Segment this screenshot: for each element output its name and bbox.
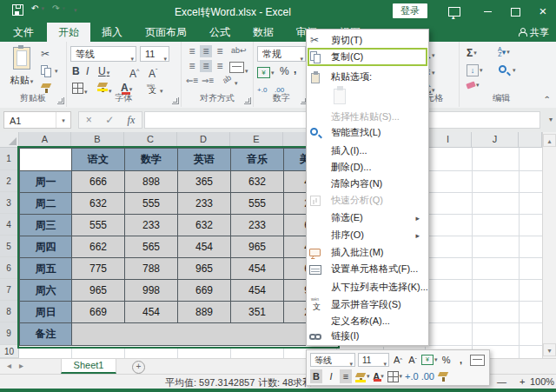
- menu-item-insert-comment[interactable]: 插入批注(M): [308, 244, 427, 261]
- cell-value[interactable]: 233: [125, 215, 178, 236]
- sheet-tab-sheet1[interactable]: Sheet1: [61, 359, 116, 374]
- mini-merge-button[interactable]: [470, 353, 485, 367]
- percent-button[interactable]: %: [280, 64, 289, 78]
- mini-percent-button[interactable]: %: [440, 353, 453, 367]
- cell-value[interactable]: 666: [72, 171, 125, 193]
- cell-label-周四[interactable]: 周四: [20, 236, 72, 258]
- menu-item-copy[interactable]: 复制(C): [308, 49, 427, 65]
- decrease-indent-button[interactable]: ⇐≡: [186, 75, 198, 87]
- italic-button[interactable]: I: [86, 64, 89, 78]
- cell-header-数学[interactable]: 数学: [125, 149, 178, 171]
- mini-increase-font-button[interactable]: A^: [392, 353, 404, 367]
- sort-filter-button[interactable]: AZ▾▾: [498, 47, 510, 57]
- align-left-button[interactable]: ≡: [186, 60, 198, 72]
- cell-value[interactable]: 233: [178, 193, 231, 215]
- mini-decrease-decimal-button[interactable]: .00: [421, 369, 434, 383]
- cell-value[interactable]: 233: [231, 215, 284, 236]
- menu-item-insert[interactable]: 插入(I)...: [308, 143, 427, 159]
- copy-button[interactable]: ▾: [40, 65, 64, 77]
- column-header-I[interactable]: I: [425, 132, 472, 148]
- undo-button[interactable]: ↶▾: [31, 4, 44, 13]
- menu-item-format-cells[interactable]: 设置单元格格式(F)...: [308, 261, 427, 277]
- redo-button[interactable]: ↷▾: [52, 4, 65, 13]
- cell-value[interactable]: 555: [231, 193, 284, 215]
- cell-value[interactable]: 669: [72, 302, 125, 323]
- new-sheet-button[interactable]: +: [132, 361, 145, 374]
- cell-value[interactable]: 898: [125, 171, 178, 193]
- column-header-D[interactable]: D: [177, 132, 230, 148]
- cell-value[interactable]: 555: [72, 215, 125, 236]
- expand-formula-bar-icon[interactable]: ▾: [549, 116, 553, 123]
- insert-function-icon[interactable]: fx: [128, 114, 136, 127]
- save-button[interactable]: [12, 4, 23, 16]
- name-box[interactable]: A1▾: [3, 111, 71, 129]
- cell-value[interactable]: 775: [72, 258, 125, 280]
- minimize-button[interactable]: [476, 0, 499, 23]
- cell-value[interactable]: 889: [178, 302, 231, 323]
- mini-fill-color-button[interactable]: ▾: [354, 369, 370, 383]
- font-name-select[interactable]: 等线▾: [70, 46, 136, 62]
- column-header-J[interactable]: J: [472, 132, 519, 148]
- cell-value[interactable]: 632: [231, 171, 284, 193]
- cell-header-英语[interactable]: 英语: [178, 149, 231, 171]
- row-header-2[interactable]: 2: [0, 170, 19, 192]
- align-top-button[interactable]: ≡: [186, 45, 198, 57]
- cancel-entry-icon[interactable]: ×: [86, 114, 92, 126]
- mini-decrease-font-button[interactable]: Aˇ: [407, 353, 419, 367]
- cell-value[interactable]: 632: [72, 193, 125, 215]
- tab-开始[interactable]: 开始: [47, 23, 90, 42]
- menu-item-pick-from-list[interactable]: 从下拉列表中选择(K)...: [308, 279, 427, 296]
- cell-notes-empty[interactable]: [72, 323, 337, 346]
- number-format-select[interactable]: 常规▾: [257, 46, 306, 62]
- mini-italic-button[interactable]: I: [325, 369, 337, 383]
- cell-value[interactable]: 454: [231, 280, 284, 302]
- increase-indent-button[interactable]: ⇒≡: [202, 75, 214, 87]
- cell-value[interactable]: 555: [125, 193, 178, 215]
- cell-value[interactable]: 965: [178, 258, 231, 280]
- cell-label-周一[interactable]: 周一: [20, 171, 72, 193]
- confirm-entry-icon[interactable]: ✓: [105, 114, 114, 126]
- increase-font-button[interactable]: A^: [129, 64, 139, 78]
- cell-value[interactable]: 351: [231, 302, 284, 323]
- select-all-corner[interactable]: [0, 132, 19, 148]
- close-button[interactable]: ×: [532, 0, 554, 23]
- mini-increase-decimal-button[interactable]: +.0: [405, 369, 419, 383]
- scroll-down-icon[interactable]: ▾: [543, 343, 556, 356]
- column-header-A[interactable]: A: [19, 132, 71, 148]
- autosum-button[interactable]: Σ▾: [467, 47, 477, 59]
- decrease-font-button[interactable]: Aˇ: [149, 64, 157, 78]
- wrap-text-button[interactable]: ab↩: [231, 44, 243, 56]
- ribbon-display-options-button[interactable]: [443, 0, 466, 23]
- cell-value[interactable]: 965: [72, 280, 125, 302]
- clear-button[interactable]: ▾: [467, 82, 480, 89]
- cell-header-音乐[interactable]: 音乐: [231, 149, 284, 171]
- tab-公式[interactable]: 公式: [198, 23, 242, 42]
- mini-font-color-button[interactable]: A▾: [373, 369, 385, 383]
- align-bottom-button[interactable]: ≡: [214, 45, 226, 57]
- cell-value[interactable]: 998: [125, 280, 178, 302]
- align-right-button[interactable]: ≡: [214, 60, 226, 72]
- accounting-format-button[interactable]: ¥▾: [257, 64, 275, 78]
- cell-value[interactable]: 965: [231, 236, 284, 258]
- row-header-5[interactable]: 5: [0, 236, 19, 257]
- zoom-out-button[interactable]: —: [497, 376, 506, 387]
- cell-label-周三[interactable]: 周三: [20, 215, 72, 236]
- row-header-6[interactable]: 6: [0, 257, 19, 279]
- row-header-3[interactable]: 3: [0, 192, 19, 214]
- clipboard-dialog-launcher-icon[interactable]: [57, 97, 64, 104]
- fill-button[interactable]: ↓▾: [467, 64, 483, 76]
- menu-item-smart-lookup[interactable]: 智能查找(L): [308, 124, 427, 141]
- menu-item-paste-options[interactable]: 粘贴选项:: [308, 69, 427, 85]
- row-header-9[interactable]: 9: [0, 322, 19, 345]
- column-header-C[interactable]: C: [124, 132, 177, 148]
- menu-item-filter[interactable]: 筛选(E)▸: [308, 209, 427, 226]
- prev-sheet-icon[interactable]: ◂: [7, 361, 11, 370]
- underline-button[interactable]: U▾: [98, 64, 109, 78]
- row-header-4[interactable]: 4: [0, 214, 19, 236]
- vertical-scrollbar[interactable]: ▴ ▾: [542, 132, 556, 358]
- cell-value[interactable]: 365: [178, 171, 231, 193]
- cell-A1-active[interactable]: [20, 149, 72, 171]
- column-header-partial[interactable]: [519, 132, 542, 148]
- cell-value[interactable]: 632: [178, 215, 231, 236]
- column-header-E[interactable]: E: [230, 132, 283, 148]
